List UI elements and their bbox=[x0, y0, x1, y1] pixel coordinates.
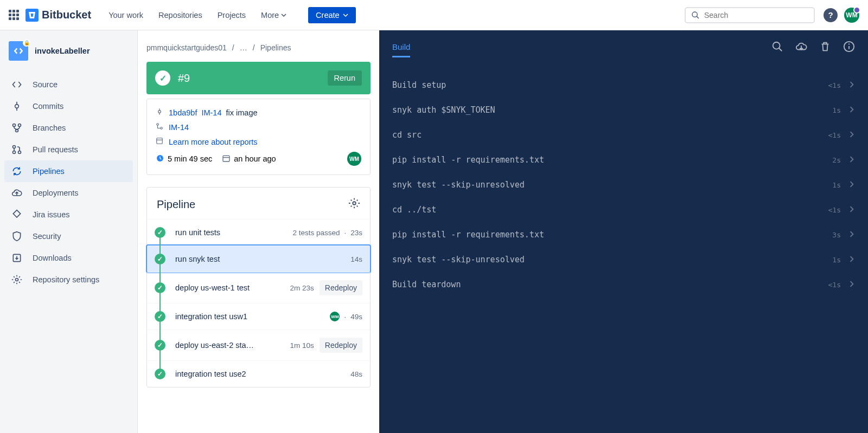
log-time: <1s bbox=[828, 131, 841, 139]
sidebar-item-commits[interactable]: Commits bbox=[4, 95, 133, 117]
log-line[interactable]: Build setup<1s bbox=[392, 73, 855, 98]
step-check-icon: ✓ bbox=[155, 227, 165, 238]
nav-repositories[interactable]: Repositories bbox=[156, 8, 205, 23]
bitbucket-logo[interactable]: Bitbucket bbox=[25, 9, 91, 22]
log-command: Build setup bbox=[392, 80, 828, 90]
log-line[interactable]: cd src<1s bbox=[392, 122, 855, 147]
step-time: 14s bbox=[350, 255, 362, 263]
svg-point-0 bbox=[692, 12, 697, 17]
search-input[interactable] bbox=[704, 11, 808, 20]
sidebar-item-pipelines[interactable]: Pipelines bbox=[4, 160, 133, 182]
log-download-icon[interactable] bbox=[795, 41, 807, 55]
create-button[interactable]: Create bbox=[308, 7, 356, 23]
redeploy-button[interactable]: Redeploy bbox=[320, 280, 362, 295]
shield-icon bbox=[11, 231, 23, 242]
log-line[interactable]: Build teardown<1s bbox=[392, 272, 855, 297]
nav-projects[interactable]: Projects bbox=[215, 8, 248, 23]
nav-more[interactable]: More bbox=[259, 8, 289, 23]
search-icon bbox=[691, 11, 700, 20]
log-time: <1s bbox=[828, 281, 841, 289]
branch-icon bbox=[11, 122, 23, 133]
log-line[interactable]: snyk auth $SNYK_TOKEN1s bbox=[392, 98, 855, 122]
sidebar-item-settings[interactable]: Repository settings bbox=[4, 269, 133, 290]
svg-point-24 bbox=[773, 42, 780, 49]
log-line[interactable]: snyk test --skip-unresolved1s bbox=[392, 172, 855, 197]
sidebar-item-deployments[interactable]: Deployments bbox=[4, 182, 133, 204]
repo-name: invokeLabeller bbox=[35, 47, 90, 55]
svg-point-23 bbox=[353, 202, 356, 205]
pipeline-step[interactable]: ✓integration test usw1WM·49s bbox=[147, 303, 370, 329]
jira-icon bbox=[11, 209, 23, 220]
svg-point-6 bbox=[18, 124, 21, 127]
sidebar-item-source[interactable]: Source bbox=[4, 74, 133, 95]
step-check-icon: ✓ bbox=[155, 282, 165, 293]
sidebar-item-pull-requests[interactable]: Pull requests bbox=[4, 139, 133, 160]
log-line[interactable]: cd ../tst<1s bbox=[392, 197, 855, 222]
log-search-icon[interactable] bbox=[771, 41, 783, 55]
log-command: pip install -r requirements.txt bbox=[392, 230, 832, 240]
step-check-icon: ✓ bbox=[155, 311, 165, 322]
pipeline-step[interactable]: ✓run snyk test14s bbox=[147, 245, 370, 272]
app-switcher-icon[interactable] bbox=[9, 10, 19, 20]
pipeline-step[interactable]: ✓integration test use248s bbox=[147, 360, 370, 387]
sidebar-item-branches[interactable]: Branches bbox=[4, 117, 133, 139]
build-info-card: 1bda9bf IM-14 fix image IM-14 Learn more… bbox=[146, 99, 371, 175]
svg-point-5 bbox=[13, 124, 16, 127]
redeploy-button[interactable]: Redeploy bbox=[320, 338, 362, 353]
chevron-right-icon bbox=[848, 205, 855, 215]
log-command: cd src bbox=[392, 130, 828, 140]
log-time: 1s bbox=[832, 106, 841, 114]
svg-point-9 bbox=[13, 151, 16, 154]
svg-point-10 bbox=[18, 151, 21, 154]
pipeline-step[interactable]: ✓run unit tests2 tests passed·23s bbox=[147, 219, 370, 245]
log-line[interactable]: pip install -r requirements.txt2s bbox=[392, 147, 855, 172]
rerun-button[interactable]: Rerun bbox=[328, 70, 362, 86]
commit-message: fix image bbox=[226, 108, 258, 117]
user-avatar[interactable]: WM bbox=[844, 8, 859, 23]
repo-header[interactable]: 🔒 invokeLabeller bbox=[4, 41, 133, 74]
pipeline-card: Pipeline ✓run unit tests2 tests passed·2… bbox=[146, 187, 371, 387]
commit-issue-link[interactable]: IM-14 bbox=[201, 108, 221, 117]
sidebar-item-downloads[interactable]: Downloads bbox=[4, 247, 133, 269]
svg-line-25 bbox=[779, 48, 782, 51]
log-line[interactable]: snyk test --skip-unresolved1s bbox=[392, 247, 855, 272]
pipeline-step[interactable]: ✓deploy us-east-2 sta…1m 10sRedeploy bbox=[147, 329, 370, 360]
sidebar-item-security[interactable]: Security bbox=[4, 225, 133, 247]
breadcrumb-page: Pipelines bbox=[260, 43, 291, 52]
branch-icon bbox=[156, 122, 164, 132]
commit-icon bbox=[11, 101, 23, 112]
svg-point-16 bbox=[157, 124, 159, 126]
pipeline-title: Pipeline bbox=[157, 198, 195, 211]
chevron-right-icon bbox=[848, 130, 855, 140]
logo-mark-icon bbox=[25, 9, 39, 22]
log-trash-icon[interactable] bbox=[819, 41, 831, 55]
log-info-icon[interactable] bbox=[843, 41, 855, 55]
build-banner: ✓ #9 Rerun bbox=[146, 62, 371, 94]
search-box[interactable] bbox=[685, 7, 815, 23]
build-duration: 5 min 49 sec bbox=[168, 154, 212, 163]
nav-your-work[interactable]: Your work bbox=[106, 8, 145, 23]
build-avatar[interactable]: WM bbox=[347, 152, 361, 166]
step-time: 2m 23s bbox=[290, 284, 314, 292]
pipeline-settings-icon[interactable] bbox=[348, 197, 360, 211]
step-check-icon: ✓ bbox=[155, 340, 165, 351]
breadcrumb-repo[interactable]: pmmquickstartguides01 bbox=[146, 43, 227, 52]
log-tab-build[interactable]: Build bbox=[392, 38, 410, 57]
breadcrumb-dots[interactable]: … bbox=[240, 43, 247, 52]
sidebar-item-jira[interactable]: Jira issues bbox=[4, 204, 133, 225]
step-name: deploy us-east-2 sta… bbox=[175, 341, 286, 350]
pr-icon bbox=[11, 144, 23, 155]
status-check-icon: ✓ bbox=[155, 70, 170, 86]
learn-reports-link[interactable]: Learn more about reports bbox=[169, 138, 258, 146]
commit-hash-link[interactable]: 1bda9bf bbox=[169, 108, 197, 117]
log-time: 1s bbox=[832, 181, 841, 189]
log-panel: Build Build setup<1ssnyk auth $SNYK_TOKE… bbox=[379, 30, 868, 433]
log-command: pip install -r requirements.txt bbox=[392, 155, 832, 165]
branch-link[interactable]: IM-14 bbox=[169, 123, 189, 132]
svg-point-12 bbox=[16, 279, 18, 281]
pipeline-step[interactable]: ✓deploy us-west-1 test2m 23sRedeploy bbox=[147, 272, 370, 303]
step-check-icon: ✓ bbox=[155, 369, 165, 379]
help-icon[interactable]: ? bbox=[824, 8, 838, 22]
log-command: snyk test --skip-unresolved bbox=[392, 180, 832, 190]
log-line[interactable]: pip install -r requirements.txt3s bbox=[392, 222, 855, 247]
